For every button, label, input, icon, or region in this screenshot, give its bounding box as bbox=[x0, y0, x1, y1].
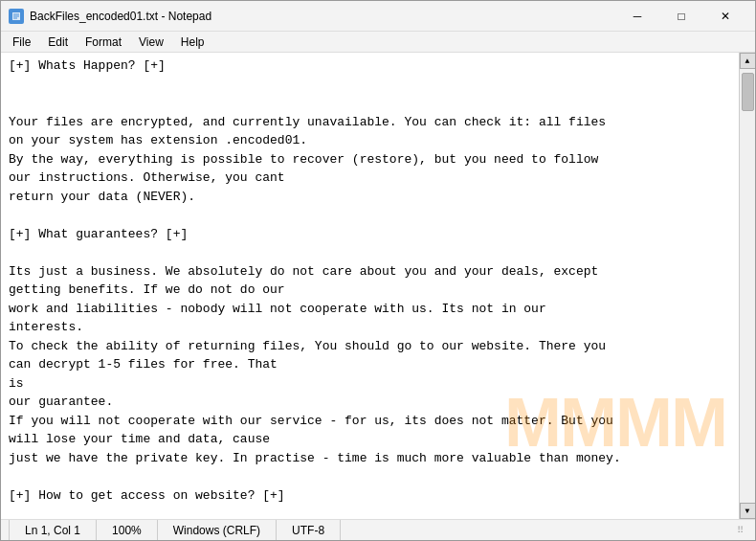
scroll-down-button[interactable]: ▼ bbox=[740, 503, 756, 519]
menu-file[interactable]: File bbox=[5, 34, 38, 51]
minimize-button[interactable]: ─ bbox=[615, 1, 659, 32]
close-button[interactable]: ✕ bbox=[703, 1, 747, 32]
scroll-thumb[interactable] bbox=[742, 73, 754, 111]
title-bar: BackFiles_encoded01.txt - Notepad ─ □ ✕ bbox=[1, 1, 755, 32]
line-ending: Windows (CRLF) bbox=[158, 520, 277, 540]
notepad-window: BackFiles_encoded01.txt - Notepad ─ □ ✕ … bbox=[0, 0, 756, 541]
encoding: UTF-8 bbox=[277, 520, 341, 540]
scroll-up-button[interactable]: ▲ bbox=[740, 53, 756, 69]
maximize-button[interactable]: □ bbox=[659, 1, 703, 32]
scrollbar[interactable]: ▲ ▼ bbox=[739, 53, 755, 519]
window-title: BackFiles_encoded01.txt - Notepad bbox=[30, 10, 615, 23]
status-bar: Ln 1, Col 1 100% Windows (CRLF) UTF-8 ⠿ bbox=[1, 519, 755, 540]
menu-help[interactable]: Help bbox=[173, 34, 212, 51]
scroll-track[interactable] bbox=[740, 69, 755, 503]
zoom-level: 100% bbox=[97, 520, 158, 540]
cursor-position: Ln 1, Col 1 bbox=[9, 520, 97, 540]
text-editor[interactable] bbox=[1, 53, 739, 519]
resize-grip[interactable]: ⠿ bbox=[732, 523, 747, 538]
app-icon bbox=[9, 9, 24, 24]
content-area: MMMM ▲ ▼ bbox=[1, 53, 755, 519]
menu-bar: File Edit Format View Help bbox=[1, 32, 755, 53]
menu-edit[interactable]: Edit bbox=[40, 34, 76, 51]
window-controls: ─ □ ✕ bbox=[615, 1, 747, 32]
menu-view[interactable]: View bbox=[131, 34, 171, 51]
menu-format[interactable]: Format bbox=[78, 34, 129, 51]
